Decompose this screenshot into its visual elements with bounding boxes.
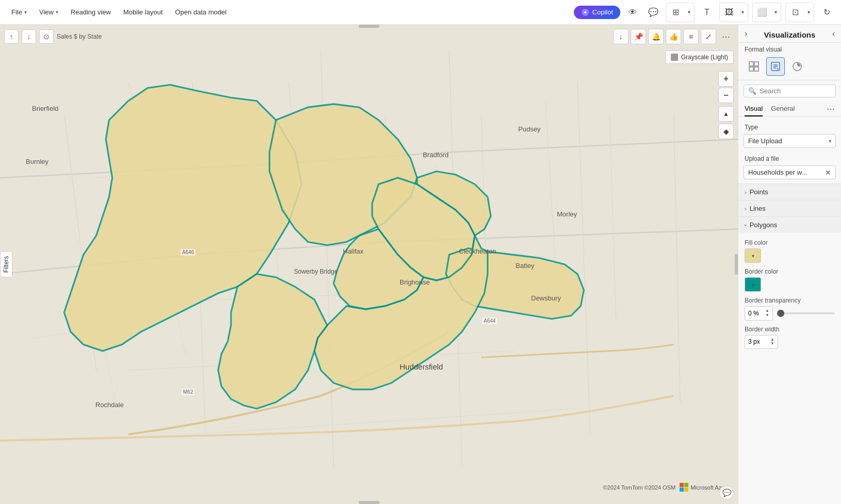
reading-view-btn[interactable]: Reading view <box>65 6 116 18</box>
file-chevron: ▾ <box>24 9 27 15</box>
shape-btn[interactable]: ⬜ <box>754 4 770 21</box>
map-expand-icon[interactable]: ⤢ <box>701 29 716 44</box>
file-menu[interactable]: File ▾ <box>6 6 32 18</box>
transparency-input[interactable]: 0 % ▲ ▼ <box>745 306 773 321</box>
map-filter-icon[interactable]: ≡ <box>683 29 699 44</box>
transparency-input-row: 0 % ▲ ▼ <box>745 306 835 321</box>
shape-chevron-btn[interactable]: ▾ <box>771 4 780 21</box>
tab-more-btn[interactable]: ⋯ <box>827 104 835 114</box>
insert-chevron-btn[interactable]: ▾ <box>738 4 747 21</box>
map-svg <box>0 25 738 504</box>
map-left-controls: ↑ ↓ ⊙ Sales $ by State <box>4 29 102 44</box>
transparency-spinner[interactable]: ▲ ▼ <box>765 309 769 318</box>
toolbar-right: Copilot 👁 💬 ⊞ ▾ T 🖼 ▾ ⬜ ▾ ⊡ ▾ ↻ <box>574 3 835 22</box>
border-transparency-label: Border transparency <box>738 295 841 305</box>
compass-btn[interactable]: ▲ <box>718 106 734 122</box>
view-toggle-btn[interactable]: ⊞ <box>667 4 684 21</box>
open-data-model-label: Open data model <box>175 8 227 16</box>
panel-collapse-btn[interactable]: ‹ <box>745 30 747 39</box>
type-label: Type <box>738 121 841 133</box>
svg-point-44 <box>796 65 798 68</box>
insert-btn[interactable]: 🖼 <box>721 4 737 21</box>
viz-type-icons <box>738 55 841 80</box>
view-chevron-btn[interactable]: ▾ <box>685 4 693 21</box>
zoom-in-btn[interactable]: + <box>718 71 734 87</box>
icon-group-3: ⬜ ▾ <box>752 3 781 22</box>
polygons-section[interactable]: › Polygons <box>738 216 841 233</box>
comment-btn[interactable]: 💬 <box>645 4 662 21</box>
open-data-model-btn[interactable]: Open data model <box>170 6 232 18</box>
viz-panel-header: ‹ Visualizations › <box>738 25 841 43</box>
border-color-swatch[interactable]: ▾ <box>745 277 761 292</box>
border-width-input[interactable]: 3 px ▲ ▼ <box>745 335 778 349</box>
chart-down-icon[interactable]: ↓ <box>22 29 36 44</box>
map-right-controls: ↓ 📌 🔔 👍 ≡ ⤢ ⋯ <box>613 29 734 44</box>
fill-color-label: Fill color <box>738 237 841 247</box>
view-menu[interactable]: View ▾ <box>34 6 63 18</box>
bw-spin-down-icon: ▼ <box>770 342 774 346</box>
viz-search-box[interactable]: 🔍 <box>744 85 836 97</box>
map-like-icon[interactable]: 👍 <box>666 29 681 44</box>
copilot-button[interactable]: Copilot <box>574 6 620 19</box>
analytics-icon <box>791 61 803 72</box>
text-btn[interactable]: T <box>699 4 715 21</box>
viz-content: Type File Upload ▾ Upload a file Househo… <box>738 116 841 504</box>
border-width-spinner[interactable]: ▲ ▼ <box>770 338 774 347</box>
map-bell-icon[interactable]: 🔔 <box>648 29 664 44</box>
points-label: Points <box>750 188 768 196</box>
button-chevron-btn[interactable]: ▾ <box>804 4 813 21</box>
viz-icon-grid[interactable] <box>745 57 763 76</box>
lines-section[interactable]: › Lines <box>738 200 841 216</box>
file-label: File <box>11 8 22 16</box>
filters-tab-container: Filters <box>0 251 12 278</box>
lines-chevron-icon: › <box>745 206 747 212</box>
points-chevron-icon: › <box>745 189 747 195</box>
map-pin-icon[interactable]: 📌 <box>631 29 646 44</box>
type-value: File Upload <box>748 137 782 145</box>
polygons-chevron-icon: › <box>743 224 749 226</box>
grayscale-dot <box>671 54 678 61</box>
sq-yellow <box>684 488 688 492</box>
chart-focus-icon[interactable]: ⊙ <box>39 29 54 44</box>
button-btn[interactable]: ⊡ <box>787 4 803 21</box>
tab-general-label: General <box>771 105 795 112</box>
polygons-label: Polygons <box>750 221 777 229</box>
transparency-slider[interactable] <box>777 312 835 314</box>
sq-green <box>684 483 688 487</box>
svg-line-12 <box>674 114 680 402</box>
map-download-icon[interactable]: ↓ <box>613 29 629 44</box>
svg-rect-41 <box>754 67 758 71</box>
top-toolbar: File ▾ View ▾ Reading view Mobile layout… <box>0 0 841 25</box>
resize-handle-bottom[interactable] <box>359 501 380 504</box>
tab-general[interactable]: General <box>771 102 795 116</box>
viz-icon-format[interactable] <box>766 57 785 76</box>
upload-value: Households per w... <box>748 169 807 176</box>
panel-expand-right-btn[interactable]: › <box>832 30 835 39</box>
type-dropdown[interactable]: File Upload ▾ <box>744 134 836 148</box>
search-input[interactable] <box>760 87 831 95</box>
svg-rect-38 <box>749 62 753 66</box>
reading-view-label: Reading view <box>71 8 111 16</box>
upload-clear-btn[interactable]: ✕ <box>825 169 831 176</box>
points-section[interactable]: › Points <box>738 183 841 200</box>
resize-handle-top[interactable] <box>359 25 380 28</box>
refresh-btn[interactable]: ↻ <box>818 4 835 21</box>
fill-color-swatch[interactable]: ▾ <box>745 248 761 263</box>
filters-tab[interactable]: Filters <box>0 251 12 278</box>
binoculars-btn[interactable]: 👁 <box>624 4 641 21</box>
zoom-out-btn[interactable]: − <box>718 88 734 103</box>
viz-panel: ‹ Visualizations › Format visual <box>738 25 841 504</box>
mobile-layout-btn[interactable]: Mobile layout <box>118 6 168 18</box>
tab-visual[interactable]: Visual <box>745 102 763 116</box>
map-chat-icon[interactable]: 💬 <box>719 485 734 500</box>
transparency-value: 0 % <box>748 310 759 317</box>
transparency-thumb[interactable] <box>777 310 784 317</box>
location-btn[interactable]: ◆ <box>718 124 734 139</box>
copilot-icon <box>581 8 589 16</box>
copyright-text: ©2024 TomTom ©2024 OSM <box>603 484 675 491</box>
chart-up-icon[interactable]: ↑ <box>4 29 19 44</box>
map-zoom-controls: + − ▲ ◆ <box>718 71 734 139</box>
map-more-icon[interactable]: ⋯ <box>718 29 734 44</box>
viz-icon-analytics[interactable] <box>788 57 806 76</box>
svg-marker-37 <box>218 274 327 409</box>
